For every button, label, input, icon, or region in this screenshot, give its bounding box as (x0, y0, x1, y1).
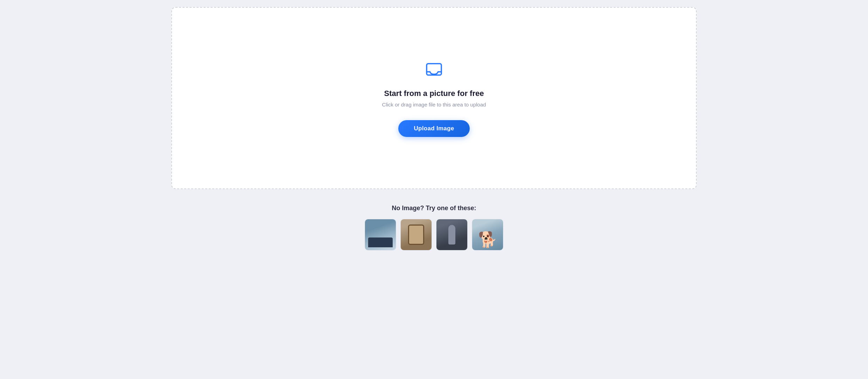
upload-image-button[interactable]: Upload Image (398, 120, 469, 137)
svg-rect-0 (427, 63, 441, 75)
sample-thumbnail-bottle[interactable] (436, 219, 468, 250)
upload-subtitle: Click or drag image file to this area to… (382, 102, 486, 108)
sample-thumbnail-dog[interactable] (472, 219, 503, 250)
upload-title: Start from a picture for free (384, 89, 484, 98)
inbox-upload-icon (424, 60, 444, 81)
sample-thumbnail-car[interactable] (365, 219, 396, 250)
sample-images-label: No Image? Try one of these: (392, 205, 476, 212)
sample-images-section: No Image? Try one of these: (365, 205, 503, 250)
sample-images-row (365, 219, 503, 250)
upload-dropzone[interactable]: Start from a picture for free Click or d… (171, 7, 697, 189)
sample-thumbnail-mug[interactable] (400, 219, 432, 250)
